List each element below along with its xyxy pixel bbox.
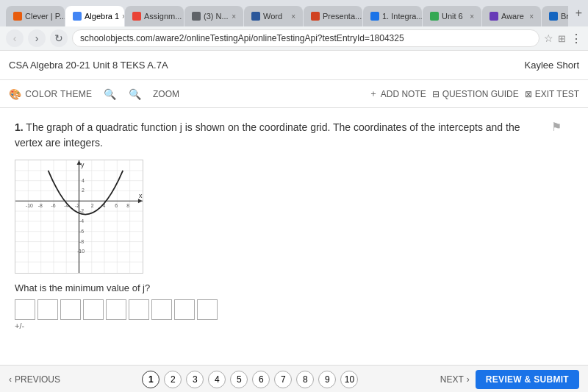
question-guide-label: QUESTION GUIDE (442, 89, 519, 99)
page-num-4[interactable]: 4 (208, 371, 226, 388)
tab-aware[interactable]: Aware × (482, 6, 541, 26)
exit-icon: ⊠ (525, 89, 532, 99)
answer-cell-8[interactable] (174, 299, 195, 320)
tab-assignments[interactable]: Assignm... × (125, 6, 184, 26)
page-num-8[interactable]: 8 (296, 371, 314, 388)
next-chevron-icon: › (467, 374, 470, 385)
answer-cell-3[interactable] (60, 299, 81, 320)
zoom-out-icon: 🔍 (104, 88, 116, 100)
tab-clever-label: Clever | P... (25, 12, 65, 21)
add-note-label: ADD NOTE (381, 89, 426, 99)
zoom-in-button[interactable]: 🔍 (129, 88, 141, 100)
app-toolbar: CSA Algebra 20-21 Unit 8 TEKS A.7A Kayle… (0, 51, 588, 80)
tab-unit-close[interactable]: × (470, 13, 474, 21)
next-label: NEXT (440, 374, 464, 385)
prev-chevron-icon: ‹ (9, 374, 12, 385)
tab-aware-close[interactable]: × (529, 13, 534, 21)
ppt-favicon (311, 12, 320, 21)
svg-text:4: 4 (82, 178, 85, 183)
zoom-label: ZOOM (153, 89, 179, 99)
tab-integra[interactable]: 1. Integra... × (363, 6, 422, 26)
question-guide-button[interactable]: ⊟ QUESTION GUIDE (432, 89, 519, 99)
plus-minus-label: +/- (15, 321, 24, 330)
palette-icon: 🎨 (9, 88, 21, 100)
page-num-2[interactable]: 2 (164, 371, 182, 388)
bookmark-icon[interactable]: ☆ (544, 32, 553, 44)
svg-text:2: 2 (82, 188, 85, 193)
tab-clever[interactable]: Clever | P... × (6, 6, 65, 26)
page-num-5[interactable]: 5 (230, 371, 248, 388)
tab-brainly-label: Brainly.c... (561, 12, 568, 21)
tab-brainly[interactable]: Brainly.c... × (542, 6, 568, 26)
tab-word-close[interactable]: × (291, 13, 295, 21)
svg-text:-2: -2 (79, 208, 84, 213)
tab-aware-label: Aware (501, 12, 524, 21)
page-numbers: 1 2 3 4 5 6 7 8 9 10 (142, 371, 358, 388)
notif-favicon (192, 12, 201, 21)
prev-label: PREVIOUS (15, 374, 60, 385)
tab-notif-close[interactable]: × (232, 13, 236, 21)
answer-cell-2[interactable] (37, 299, 58, 320)
page-num-3[interactable]: 3 (186, 371, 204, 388)
color-theme-button[interactable]: 🎨 COLOR THEME (9, 88, 92, 100)
test-toolbar: 🎨 COLOR THEME 🔍 🔍 ZOOM ＋ ADD NOTE ⊟ QUES… (0, 80, 588, 108)
answer-cell-1[interactable] (15, 299, 35, 320)
question-body: The graph of a quadratic function j is s… (15, 121, 520, 149)
tab-notif[interactable]: (3) N... × (184, 6, 243, 26)
svg-text:x: x (139, 192, 143, 199)
page-num-10[interactable]: 10 (340, 371, 358, 388)
svg-text:-10: -10 (26, 203, 33, 208)
tab-algebra[interactable]: Algebra 1 × (65, 6, 124, 26)
more-icon[interactable]: ⋮ (570, 32, 582, 46)
review-submit-button[interactable]: REVIEW & SUBMIT (476, 370, 579, 389)
address-text: schoolobjects.com/aware2/onlineTestingAp… (80, 33, 404, 43)
tab-unit[interactable]: Unit 6 × (423, 6, 481, 26)
answer-cell-9[interactable] (197, 299, 218, 320)
answer-cell-6[interactable] (129, 299, 149, 320)
tab-word[interactable]: Word × (244, 6, 303, 26)
new-tab-button[interactable]: + (576, 7, 582, 20)
back-button[interactable]: ‹ (6, 29, 24, 47)
browser-tabs-bar: Clever | P... × Algebra 1 × Assignm... ×… (0, 0, 588, 26)
forward-button[interactable]: › (28, 29, 46, 47)
coordinate-graph: x y -10 -8 -6 -4 -2 2 4 6 8 4 2 -2 -4 -6… (15, 160, 143, 274)
tab-algebra-label: Algebra 1 (85, 12, 119, 21)
tab-word-label: Word (263, 12, 282, 21)
bottom-nav: ‹ PREVIOUS 1 2 3 4 5 6 7 8 9 10 NEXT › R… (0, 365, 588, 392)
answer-cell-5[interactable] (106, 299, 126, 320)
reload-button[interactable]: ↻ (50, 29, 68, 47)
svg-text:-10: -10 (77, 249, 85, 254)
answer-cell-7[interactable] (151, 299, 172, 320)
unit-favicon (430, 12, 439, 21)
question-text: 1. The graph of a quadratic function j i… (15, 120, 537, 151)
tab-notif-label: (3) N... (204, 12, 229, 21)
previous-button[interactable]: ‹ PREVIOUS (9, 374, 60, 385)
flag-icon[interactable]: ⚑ (551, 121, 562, 133)
svg-text:-4: -4 (79, 218, 84, 224)
svg-text:-8: -8 (79, 239, 84, 244)
svg-text:6: 6 (115, 203, 118, 208)
tab-assignments-label: Assignm... (144, 12, 182, 21)
next-button[interactable]: NEXT › (440, 374, 470, 385)
user-name: Kaylee Short (525, 60, 579, 71)
zoom-out-button[interactable]: 🔍 (104, 88, 116, 100)
answer-cell-4[interactable] (83, 299, 104, 320)
tab-ppt-label: Presenta... (323, 12, 362, 21)
answer-box: What is the minimum value of j? +/- (15, 282, 537, 330)
svg-text:8: 8 (126, 203, 129, 208)
browser-controls: ‹ › ↻ schoolobjects.com/aware2/onlineTes… (0, 26, 588, 51)
extension-icon: ⊞ (558, 33, 566, 44)
tab-algebra-close[interactable]: × (122, 13, 124, 21)
gmail-favicon (132, 12, 141, 21)
integra-favicon (370, 12, 379, 21)
page-num-1[interactable]: 1 (142, 371, 159, 388)
exit-test-button[interactable]: ⊠ EXIT TEST (525, 89, 579, 99)
tab-ppt[interactable]: Presenta... × (304, 6, 362, 26)
brainly-favicon (549, 12, 558, 21)
page-num-6[interactable]: 6 (252, 371, 270, 388)
flag-area: ⚑ (551, 120, 573, 353)
page-num-9[interactable]: 9 (318, 371, 336, 388)
add-note-button[interactable]: ＋ ADD NOTE (369, 88, 426, 100)
address-bar[interactable]: schoolobjects.com/aware2/onlineTestingAp… (72, 29, 539, 47)
page-num-7[interactable]: 7 (274, 371, 292, 388)
